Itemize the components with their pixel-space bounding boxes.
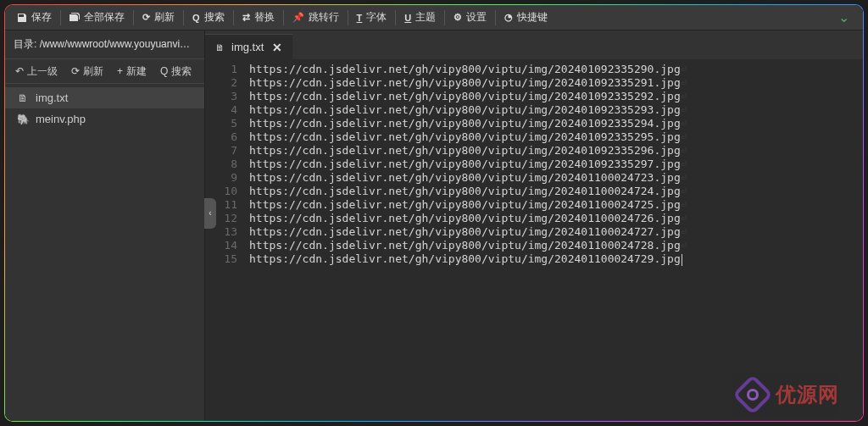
- file-name: meinv.php: [36, 113, 86, 125]
- breadcrumb: 目录: /www/wwwroot/www.youyuanvi…: [5, 30, 204, 58]
- font-label: 字体: [366, 10, 387, 25]
- code-line[interactable]: https://cdn.jsdelivr.net/gh/vipy800/vipt…: [249, 185, 863, 198]
- code-line[interactable]: https://cdn.jsdelivr.net/gh/vipy800/vipt…: [249, 212, 863, 225]
- top-toolbar: 保存 全部保存 ⟳ 刷新 Q 搜索 ⇄ 替换 📌 跳转行 T 字体: [5, 5, 863, 30]
- plus-icon: +: [117, 65, 123, 77]
- shortcuts-label: 快捷键: [517, 10, 548, 25]
- code-line[interactable]: https://cdn.jsdelivr.net/gh/vipy800/vipt…: [249, 171, 863, 185]
- save-button[interactable]: 保存: [8, 5, 60, 30]
- file-name: img.txt: [36, 91, 68, 104]
- code-editor[interactable]: 123456789101112131415 https://cdn.jsdeli…: [205, 59, 863, 421]
- goto-icon: 📌: [292, 12, 304, 23]
- sidebar-actions: ↶ 上一级 ⟳ 刷新 + 新建 Q 搜索: [5, 58, 204, 84]
- arrow-up-icon: ↶: [15, 65, 24, 77]
- search-icon: Q: [192, 13, 200, 23]
- shortcuts-icon: ◔: [504, 12, 513, 23]
- code-line[interactable]: https://cdn.jsdelivr.net/gh/vipy800/vipt…: [249, 63, 863, 76]
- line-gutter: 123456789101112131415: [205, 59, 244, 421]
- code-line[interactable]: https://cdn.jsdelivr.net/gh/vipy800/vipt…: [249, 90, 863, 103]
- code-line[interactable]: https://cdn.jsdelivr.net/gh/vipy800/vipt…: [249, 198, 863, 212]
- file-item-img-txt[interactable]: 🗎img.txt: [5, 87, 204, 108]
- code-line[interactable]: https://cdn.jsdelivr.net/gh/vipy800/vipt…: [249, 158, 863, 171]
- refresh-icon: ⟳: [71, 65, 80, 77]
- tab-close-button[interactable]: ✕: [270, 41, 284, 54]
- replace-icon: ⇄: [242, 12, 250, 23]
- tab-img-txt[interactable]: 🗎 img.txt ✕: [205, 34, 292, 59]
- file-list: 🗎img.txt🐘meinv.php: [5, 84, 204, 133]
- font-icon: T: [357, 13, 363, 23]
- breadcrumb-path: /www/wwwroot/www.youyuanvi…: [40, 38, 190, 50]
- file-icon: 🗎: [215, 42, 225, 53]
- up-level-button[interactable]: ↶ 上一级: [8, 59, 64, 83]
- watermark-logo-icon: [732, 374, 773, 415]
- search-button[interactable]: Q 搜索: [184, 5, 233, 30]
- save-all-icon: [70, 13, 80, 23]
- new-label: 新建: [126, 64, 147, 79]
- code-content[interactable]: https://cdn.jsdelivr.net/gh/vipy800/vipt…: [244, 59, 863, 421]
- code-line[interactable]: https://cdn.jsdelivr.net/gh/vipy800/vipt…: [249, 252, 863, 266]
- sidebar-search-button[interactable]: Q 搜索: [153, 59, 198, 83]
- text-cursor: [682, 254, 682, 266]
- replace-button[interactable]: ⇄ 替换: [234, 5, 283, 30]
- php-icon: 🐘: [17, 113, 29, 125]
- sidebar-refresh-button[interactable]: ⟳ 刷新: [64, 59, 110, 83]
- watermark-text: 优源网: [776, 381, 839, 408]
- code-line[interactable]: https://cdn.jsdelivr.net/gh/vipy800/vipt…: [249, 239, 863, 252]
- code-line[interactable]: https://cdn.jsdelivr.net/gh/vipy800/vipt…: [249, 103, 863, 117]
- replace-label: 替换: [254, 10, 275, 25]
- refresh-icon: ⟳: [142, 12, 150, 23]
- chevron-down-icon: ⌄: [838, 10, 849, 25]
- file-item-meinv-php[interactable]: 🐘meinv.php: [5, 108, 204, 130]
- sidebar-search-label: 搜索: [171, 64, 192, 79]
- save-icon: [17, 13, 27, 23]
- code-line[interactable]: https://cdn.jsdelivr.net/gh/vipy800/vipt…: [249, 117, 863, 130]
- chevron-left-icon: ‹: [209, 208, 211, 218]
- code-line[interactable]: https://cdn.jsdelivr.net/gh/vipy800/vipt…: [249, 225, 863, 239]
- theme-icon: U: [404, 13, 411, 23]
- search-label: 搜索: [204, 10, 225, 25]
- save-all-label: 全部保存: [84, 10, 125, 25]
- goto-label: 跳转行: [309, 10, 339, 25]
- goto-button[interactable]: 📌 跳转行: [284, 5, 348, 30]
- theme-label: 主题: [415, 10, 436, 25]
- tab-bar: 🗎 img.txt ✕: [205, 30, 863, 59]
- gear-icon: ⚙: [453, 12, 462, 23]
- refresh-label: 刷新: [154, 10, 175, 25]
- shortcuts-button[interactable]: ◔ 快捷键: [496, 5, 556, 30]
- theme-button[interactable]: U 主题: [396, 5, 444, 30]
- refresh-button[interactable]: ⟳ 刷新: [134, 5, 183, 30]
- settings-button[interactable]: ⚙ 设置: [445, 5, 495, 30]
- tab-label: img.txt: [231, 41, 264, 53]
- code-line[interactable]: https://cdn.jsdelivr.net/gh/vipy800/vipt…: [249, 130, 863, 144]
- file-icon: 🗎: [17, 92, 29, 104]
- new-button[interactable]: + 新建: [110, 59, 153, 83]
- editor-area: 🗎 img.txt ✕ 123456789101112131415 https:…: [205, 30, 863, 421]
- breadcrumb-label: 目录:: [14, 38, 36, 50]
- sidebar-refresh-label: 刷新: [83, 64, 103, 79]
- sidebar: 目录: /www/wwwroot/www.youyuanvi… ↶ 上一级 ⟳ …: [5, 30, 205, 421]
- up-label: 上一级: [27, 64, 58, 79]
- code-line[interactable]: https://cdn.jsdelivr.net/gh/vipy800/vipt…: [249, 144, 863, 158]
- sidebar-collapse-handle[interactable]: ‹: [204, 198, 216, 229]
- settings-label: 设置: [466, 10, 487, 25]
- search-icon: Q: [160, 65, 168, 77]
- save-all-button[interactable]: 全部保存: [61, 5, 133, 30]
- watermark: 优源网: [738, 380, 839, 409]
- code-line[interactable]: https://cdn.jsdelivr.net/gh/vipy800/vipt…: [249, 76, 863, 90]
- font-button[interactable]: T 字体: [348, 5, 396, 30]
- save-label: 保存: [31, 10, 52, 25]
- toolbar-menu-toggle[interactable]: ⌄: [828, 9, 860, 25]
